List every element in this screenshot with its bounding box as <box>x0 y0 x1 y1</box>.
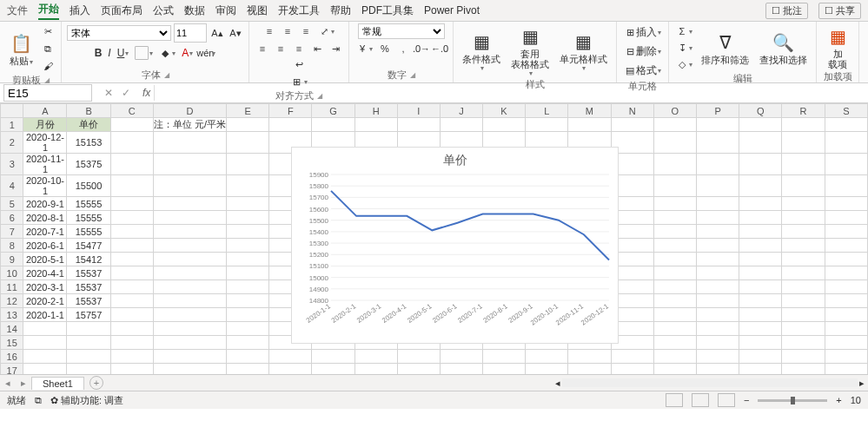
cell-A13[interactable]: 2020-1-1 <box>23 308 67 322</box>
cell-O15[interactable] <box>653 336 696 350</box>
name-box[interactable] <box>3 84 92 102</box>
italic-button[interactable]: I <box>106 45 112 61</box>
cell-P15[interactable] <box>697 336 739 350</box>
cell-N17[interactable] <box>611 364 653 376</box>
row-header-3[interactable]: 3 <box>1 154 23 175</box>
cell-A5[interactable]: 2020-9-1 <box>23 197 67 211</box>
col-header-E[interactable]: E <box>226 104 268 118</box>
cell-O13[interactable] <box>653 308 696 322</box>
cell-R17[interactable] <box>782 364 825 376</box>
cell-H17[interactable] <box>354 364 397 376</box>
cell-C16[interactable] <box>110 350 153 364</box>
sheet-nav-next[interactable]: ▸ <box>16 378 31 389</box>
col-header-A[interactable]: A <box>23 104 67 118</box>
col-header-B[interactable]: B <box>67 104 110 118</box>
col-header-Q[interactable]: Q <box>739 104 782 118</box>
cell-A7[interactable]: 2020-7-1 <box>23 225 67 239</box>
sheet-tab[interactable]: Sheet1 <box>31 377 84 390</box>
cell-Q7[interactable] <box>739 225 782 239</box>
cell-O17[interactable] <box>653 364 696 376</box>
cell-Q14[interactable] <box>739 322 782 336</box>
cell-A3[interactable]: 2020-11-1 <box>23 154 67 175</box>
cell-P4[interactable] <box>697 175 739 197</box>
format-painter-button[interactable]: 🖌 <box>40 58 56 74</box>
delete-cells-button[interactable]: ⊟删除▾ <box>622 43 663 61</box>
cell-D3[interactable] <box>153 154 226 175</box>
cell-E7[interactable] <box>226 225 268 239</box>
row-header-16[interactable]: 16 <box>1 350 23 364</box>
cell-B11[interactable]: 15537 <box>67 280 110 294</box>
col-header-N[interactable]: N <box>611 104 653 118</box>
cell-L17[interactable] <box>526 364 568 376</box>
find-select-button[interactable]: 🔍查找和选择 <box>756 30 811 66</box>
cell-S4[interactable] <box>825 175 867 197</box>
cell-S15[interactable] <box>825 336 867 350</box>
cell-D12[interactable] <box>153 294 226 308</box>
formula-accept-button[interactable]: ✓ <box>120 85 132 101</box>
decrease-decimal-button[interactable]: ←.0 <box>432 41 447 56</box>
cell-R7[interactable] <box>782 225 825 239</box>
tab-help[interactable]: 帮助 <box>330 3 351 18</box>
cell-O3[interactable] <box>653 154 696 175</box>
cell-N16[interactable] <box>611 350 653 364</box>
cell-P6[interactable] <box>697 211 739 225</box>
cell-D8[interactable] <box>153 239 226 253</box>
tab-pivot[interactable]: Power Pivot <box>424 4 480 16</box>
tab-formulas[interactable]: 公式 <box>153 3 174 18</box>
cell-O14[interactable] <box>653 322 696 336</box>
table-format-button[interactable]: ▦套用 表格格式▾ <box>507 23 553 78</box>
cell-M16[interactable] <box>568 350 611 364</box>
cell-S8[interactable] <box>825 239 867 253</box>
row-header-6[interactable]: 6 <box>1 211 23 225</box>
addins-button[interactable]: ▦加 载项 <box>822 23 853 70</box>
indent-decrease-button[interactable]: ⇤ <box>309 41 325 56</box>
comments-button[interactable]: ☐ 批注 <box>765 3 808 19</box>
decrease-font-button[interactable]: A▾ <box>228 25 243 41</box>
col-header-P[interactable]: P <box>697 104 739 118</box>
cell-B3[interactable]: 15375 <box>67 154 110 175</box>
cell-C17[interactable] <box>110 364 153 376</box>
copy-button[interactable]: ⧉ <box>40 41 56 56</box>
cell-A2[interactable]: 2020-12-1 <box>23 132 67 154</box>
cell-D17[interactable] <box>153 364 226 376</box>
cell-A10[interactable]: 2020-4-1 <box>23 266 67 280</box>
cell-B2[interactable]: 15153 <box>67 132 110 154</box>
cell-Q5[interactable] <box>739 197 782 211</box>
cell-A17[interactable] <box>23 364 67 376</box>
col-header-D[interactable]: D <box>153 104 226 118</box>
cell-B17[interactable] <box>67 364 110 376</box>
cell-K17[interactable] <box>482 364 525 376</box>
cell-O6[interactable] <box>653 211 696 225</box>
cell-F16[interactable] <box>269 350 312 364</box>
cell-D13[interactable] <box>153 308 226 322</box>
cell-R3[interactable] <box>782 154 825 175</box>
cell-S17[interactable] <box>825 364 867 376</box>
cell-E1[interactable] <box>226 118 268 132</box>
cell-E9[interactable] <box>226 253 268 266</box>
autosum-button[interactable]: Σ▾ <box>674 23 694 39</box>
cell-L1[interactable] <box>526 118 568 132</box>
col-header-H[interactable]: H <box>354 104 397 118</box>
align-top-button[interactable]: ≡ <box>262 23 277 39</box>
cell-D2[interactable] <box>153 132 226 154</box>
cell-S3[interactable] <box>825 154 867 175</box>
cell-D9[interactable] <box>153 253 226 266</box>
cell-B8[interactable]: 15477 <box>67 239 110 253</box>
cell-J16[interactable] <box>440 350 482 364</box>
cell-D5[interactable] <box>153 197 226 211</box>
cell-E17[interactable] <box>226 364 268 376</box>
col-header-M[interactable]: M <box>568 104 611 118</box>
cell-Q1[interactable] <box>739 118 782 132</box>
col-header-F[interactable]: F <box>269 104 312 118</box>
cell-E16[interactable] <box>226 350 268 364</box>
cell-A11[interactable]: 2020-3-1 <box>23 280 67 294</box>
cell-A16[interactable] <box>23 350 67 364</box>
cell-K16[interactable] <box>482 350 525 364</box>
cell-K1[interactable] <box>482 118 525 132</box>
cell-B12[interactable]: 15537 <box>67 294 110 308</box>
cell-A14[interactable] <box>23 322 67 336</box>
cell-S11[interactable] <box>825 280 867 294</box>
cell-C14[interactable] <box>110 322 153 336</box>
cell-Q4[interactable] <box>739 175 782 197</box>
cell-Q15[interactable] <box>739 336 782 350</box>
